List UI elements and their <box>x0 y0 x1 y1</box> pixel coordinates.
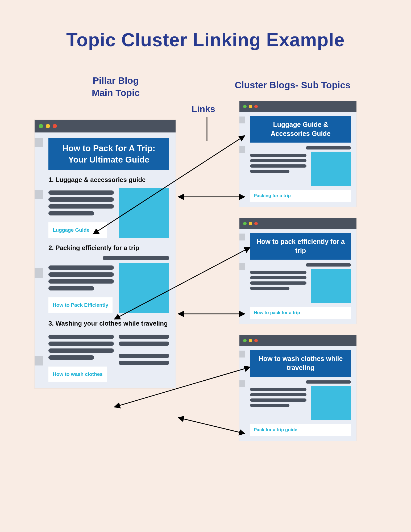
traffic-light-yellow-icon <box>249 105 252 108</box>
pillar-section-heading: 3. Washing your clothes while traveling <box>48 319 169 327</box>
window-chrome <box>239 101 356 112</box>
text-placeholder <box>48 211 94 215</box>
traffic-light-red-icon <box>254 105 258 108</box>
text-placeholder <box>48 335 114 339</box>
text-placeholder <box>250 154 306 157</box>
image-placeholder <box>311 269 351 303</box>
text-placeholder <box>250 164 306 168</box>
image-placeholder <box>119 188 169 238</box>
text-placeholder <box>250 159 306 162</box>
pillar-link-wash-clothes[interactable]: How to wash clothes <box>48 367 107 382</box>
text-placeholder <box>250 170 289 173</box>
links-label: Links <box>192 104 215 114</box>
text-placeholder <box>119 361 169 365</box>
text-placeholder <box>250 276 306 279</box>
pillar-label: Pillar BlogMain Topic <box>69 74 162 99</box>
traffic-light-green-icon <box>39 124 43 128</box>
text-placeholder <box>119 335 169 339</box>
svg-line-6 <box>178 418 245 434</box>
text-placeholder <box>119 354 169 358</box>
image-placeholder <box>311 386 351 420</box>
text-placeholder <box>48 286 94 290</box>
cluster-browser: Luggage Guide & Accessories Guide Packin… <box>239 101 356 207</box>
cluster-browser: How to pack efficiently for a trip How t… <box>239 218 356 324</box>
text-placeholder <box>48 272 114 277</box>
cluster-back-link[interactable]: Packing for a trip <box>250 190 351 202</box>
window-chrome <box>35 120 176 132</box>
text-placeholder <box>103 256 169 260</box>
text-placeholder <box>48 348 114 353</box>
pillar-link-pack-efficiently[interactable]: How to Pack Efficiently <box>48 297 113 313</box>
text-placeholder <box>306 380 351 384</box>
traffic-light-yellow-icon <box>249 339 252 342</box>
traffic-light-green-icon <box>243 222 247 225</box>
traffic-light-green-icon <box>243 339 247 342</box>
diagram-title: Topic Cluster Linking Example <box>0 29 411 51</box>
pillar-section-heading: 2. Packing efficiently for a trip <box>48 244 169 252</box>
cluster-browser: How to wash clothes while traveling Pack… <box>239 335 356 441</box>
text-placeholder <box>250 388 306 391</box>
text-placeholder <box>250 281 306 285</box>
text-placeholder <box>250 287 289 290</box>
image-placeholder <box>311 152 351 186</box>
text-placeholder <box>250 393 306 396</box>
traffic-light-red-icon <box>53 124 57 128</box>
text-placeholder <box>306 146 351 149</box>
text-placeholder <box>306 263 351 267</box>
cluster-heading: How to wash clothes while traveling <box>250 350 351 377</box>
cluster-back-link[interactable]: Pack for a trip guide <box>250 424 351 436</box>
text-placeholder <box>48 190 114 195</box>
text-placeholder <box>250 271 306 274</box>
traffic-light-yellow-icon <box>46 124 50 128</box>
text-placeholder <box>48 342 114 346</box>
text-placeholder <box>48 355 94 360</box>
pillar-section-heading: 1. Luggage & accessories guide <box>48 176 169 184</box>
cluster-back-link[interactable]: How to pack for a trip <box>250 307 351 319</box>
traffic-light-green-icon <box>243 105 247 108</box>
cluster-heading: Luggage Guide & Accessories Guide <box>250 116 351 143</box>
text-placeholder <box>48 265 114 270</box>
text-placeholder <box>250 398 306 402</box>
cluster-heading: How to pack efficiently for a trip <box>250 233 351 260</box>
image-placeholder <box>119 263 169 313</box>
pillar-link-luggage[interactable]: Luggage Guide <box>48 222 107 238</box>
text-placeholder <box>48 204 114 209</box>
pillar-heading: How to Pack for A Trip: Your Ultimate Gu… <box>48 138 169 170</box>
text-placeholder <box>48 279 114 284</box>
text-placeholder <box>119 342 169 346</box>
text-placeholder <box>250 404 289 407</box>
window-chrome <box>239 218 356 229</box>
cluster-label: Cluster Blogs- Sub Topics <box>223 80 362 90</box>
pillar-browser: How to Pack for A Trip: Your Ultimate Gu… <box>35 120 176 388</box>
traffic-light-red-icon <box>254 222 258 225</box>
text-placeholder <box>48 197 114 202</box>
traffic-light-yellow-icon <box>249 222 252 225</box>
traffic-light-red-icon <box>254 339 258 342</box>
window-chrome <box>239 335 356 346</box>
